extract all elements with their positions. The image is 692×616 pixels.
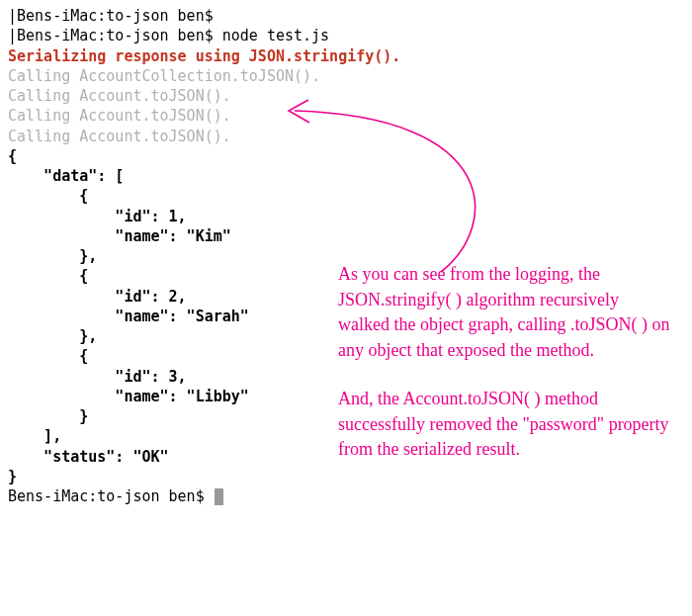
- log-line: Calling AccountCollection.toJSON().: [8, 66, 684, 86]
- json-output: "data": [: [8, 166, 684, 186]
- prompt-text: Bens-iMac:to-json ben$: [8, 487, 214, 505]
- json-output: "name": "Kim": [8, 226, 684, 246]
- log-line: Calling Account.toJSON().: [8, 86, 684, 106]
- command-text: node test.js: [222, 27, 329, 44]
- prompt-line: |Bens-iMac:to-json ben$: [8, 6, 684, 26]
- prompt-text: Bens-iMac:to-json ben$: [17, 27, 222, 44]
- log-line: Calling Account.toJSON().: [8, 106, 684, 126]
- log-line: Calling Account.toJSON().: [8, 127, 684, 146]
- prompt-line: Bens-iMac:to-json ben$: [8, 486, 684, 506]
- json-output: {: [8, 186, 684, 206]
- annotation-paragraph: And, the Account.toJSON( ) method succes…: [338, 387, 674, 463]
- json-output: "id": 1,: [8, 207, 684, 226]
- caret-icon: |: [8, 26, 17, 45]
- annotation-paragraph: As you can see from the logging, the JSO…: [338, 262, 674, 363]
- log-text: .: [391, 47, 400, 65]
- log-text: JSON.stringify(): [249, 47, 392, 65]
- json-output: {: [8, 146, 684, 166]
- prompt-text: Bens-iMac:to-json ben$: [17, 7, 214, 25]
- log-text: Serializing response using: [8, 47, 249, 65]
- prompt-line: |Bens-iMac:to-json ben$ node test.js: [8, 26, 684, 45]
- caret-icon: |: [8, 6, 17, 26]
- cursor-icon: [215, 488, 223, 505]
- annotation-text: As you can see from the logging, the JSO…: [338, 262, 674, 486]
- log-line: Serializing response using JSON.stringif…: [8, 46, 684, 66]
